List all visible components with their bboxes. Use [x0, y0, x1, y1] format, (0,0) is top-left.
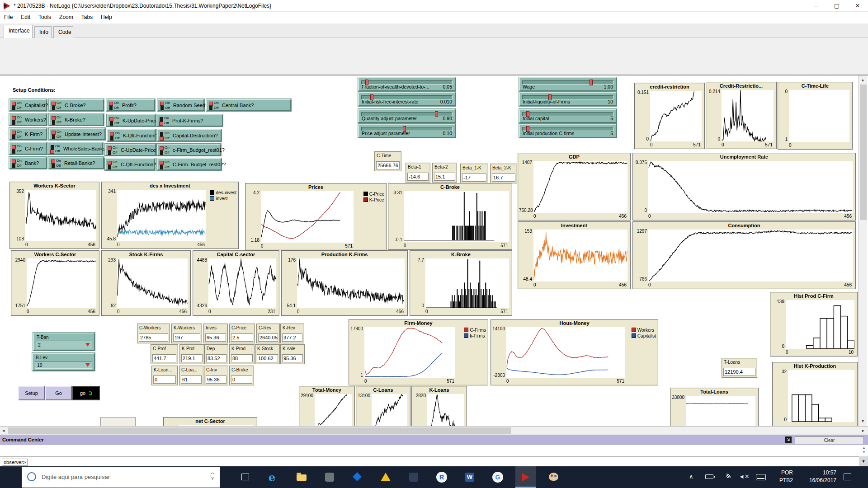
close-button[interactable]: ✕ [847, 0, 868, 12]
slider-fraction-of-wealth-devoted-to[interactable]: Fraction-of-wealth-devoted-to-...0.05 [358, 77, 456, 91]
switch-c-qtt-function[interactable]: OnOffC-Qtt-Function? [105, 158, 155, 170]
word-icon[interactable]: W [459, 466, 480, 488]
warning-app-icon[interactable] [375, 466, 396, 488]
notification-icon[interactable] [844, 474, 851, 480]
menu-tabs[interactable]: Tabs [77, 12, 97, 23]
switch-update-interest[interactable]: OnOffUpdate-Interest? [49, 128, 105, 140]
switch-knob[interactable] [109, 102, 113, 106]
tab-code[interactable]: Code [53, 26, 73, 38]
switch-random-seed[interactable]: OnOffRandom-Seed? [157, 99, 204, 111]
switch-knob[interactable] [12, 131, 16, 135]
g-app-icon[interactable]: G [487, 466, 508, 488]
switch-bank[interactable]: OnOffBank? [9, 157, 47, 169]
switch-knob[interactable] [12, 116, 16, 120]
menu-tools[interactable]: Tools [34, 12, 55, 23]
chooser-value[interactable]: 10 [35, 361, 92, 369]
switch-k-broke[interactable]: OnOffK-Broke? [49, 113, 104, 126]
go-button[interactable]: go [72, 386, 100, 400]
switch-knob[interactable] [52, 116, 56, 120]
slider-thumb[interactable] [590, 80, 593, 85]
keyboard-icon[interactable] [756, 474, 766, 480]
switch-c-firm[interactable]: OnOffC-Firm? [9, 142, 47, 155]
scroll-left-icon[interactable]: ◄ [1, 428, 5, 433]
speaker-muted-icon[interactable]: ◄✕ [739, 473, 750, 480]
switch-knob[interactable] [160, 136, 164, 141]
gray-app-icon[interactable] [319, 466, 340, 488]
minimize-button[interactable]: – [806, 0, 826, 12]
menu-help[interactable]: Help [97, 12, 116, 23]
horizontal-scrollbar-thumb[interactable] [8, 427, 511, 434]
switch-knob[interactable] [12, 160, 16, 164]
slider-initial-liquidity-of-firms[interactable]: Initial-liquidity-of-Firms10 [519, 92, 617, 106]
switch-capitalist[interactable]: OnOffCapitalist? [9, 99, 47, 111]
tab-info[interactable]: Info [34, 26, 52, 38]
switch-knob[interactable] [160, 102, 164, 106]
menu-edit[interactable]: Edit [17, 12, 34, 23]
edge-icon[interactable]: e [263, 466, 284, 488]
switch-prof-k-firms[interactable]: OnOffProf-K-Firms? [156, 114, 223, 127]
history-dropdown-icon[interactable]: ▼ [859, 456, 868, 466]
switch-profit[interactable]: OnOffProfit? [106, 99, 155, 111]
scroll-down-icon[interactable]: ▼ [861, 419, 865, 423]
switch-knob[interactable] [50, 150, 54, 154]
switch-wholesales-banks[interactable]: OnOffWholeSales-Banks? [47, 142, 103, 155]
switch-knob[interactable] [12, 102, 16, 106]
tray-chevron-icon[interactable]: ∧ [689, 473, 693, 480]
switch-knob[interactable] [52, 102, 56, 106]
switch-c-update-price[interactable]: OnOffC-UpDate-Price? [105, 144, 156, 156]
task-view-icon[interactable] [235, 466, 256, 488]
switch-k-qtt-function[interactable]: OnOffK-Qtt-Function? [107, 129, 156, 141]
switch-knob[interactable] [209, 102, 213, 106]
microphone-icon[interactable] [211, 473, 214, 479]
switch-c-firm-budget-rest01[interactable]: OnOffc-Firm_Budget_rest01? [157, 144, 221, 156]
switch-knob[interactable] [109, 117, 113, 121]
dark-app-icon[interactable] [403, 466, 424, 488]
setup-button[interactable]: Setup [18, 386, 45, 400]
chooser-b-lev[interactable]: B-Lev10 [32, 353, 95, 371]
switch-k-update-price[interactable]: OnOffK-UpDate-Price? [107, 114, 156, 127]
output-scroll-arrows[interactable]: ▲▼ [861, 446, 867, 455]
switch-knob[interactable] [160, 146, 164, 150]
switch-knob[interactable] [159, 122, 163, 126]
switch-k-firm[interactable]: OnOffK-Firm? [9, 128, 47, 140]
switch-knob[interactable] [110, 132, 114, 136]
slider-quantity-adjust-parameter[interactable]: Quantity-adjust-parameter0.90 [358, 109, 456, 123]
switch-central-bank[interactable]: OnOffCentral-Bank? [206, 99, 291, 111]
clock-indicator[interactable]: 10:5716/06/2017 [795, 469, 836, 484]
horizontal-scrollbar[interactable]: ◄ ► [0, 426, 868, 435]
switch-knob[interactable] [108, 146, 112, 150]
switch-capital-destruction[interactable]: OnOffCapital-Destruction? [157, 129, 222, 141]
go-button[interactable]: Go [45, 386, 72, 400]
switch-knob[interactable] [52, 131, 56, 135]
maximize-button[interactable]: ▢ [826, 0, 847, 12]
vertical-scrollbar-thumb[interactable] [860, 84, 867, 220]
scroll-up-icon[interactable]: ▲ [861, 78, 865, 82]
slider-initial-production-c-firms[interactable]: Initial-production-C-firms5 [519, 124, 617, 138]
vertical-scrollbar[interactable]: ▲▼ [859, 75, 867, 426]
switch-knob[interactable] [160, 161, 164, 165]
menu-file[interactable]: File [0, 12, 17, 23]
switch-retail-banks[interactable]: OnOffRetail-Banks? [48, 157, 104, 169]
netlogo-icon[interactable] [515, 466, 536, 488]
slider-initial-capital[interactable]: Initial-capital5 [519, 109, 617, 123]
switch-c-firm-budget-rest02[interactable]: OnOffC-Firm_Budget_rest02? [157, 158, 222, 170]
menu-zoom[interactable]: Zoom [55, 12, 77, 23]
clear-button[interactable]: Clear [795, 436, 864, 444]
command-center-output[interactable] [0, 445, 868, 456]
expand-icon[interactable]: ⇲ [785, 436, 792, 443]
dropbox-icon[interactable] [347, 466, 368, 488]
language-indicator[interactable]: PORPTB2 [769, 469, 793, 484]
file-explorer-icon[interactable] [291, 466, 312, 488]
observer-input-row[interactable]: observer> [0, 456, 868, 466]
slider-track[interactable] [522, 80, 613, 84]
switch-knob[interactable] [108, 161, 112, 165]
taskbar-search[interactable]: Digite aqui para pesquisar [22, 467, 220, 488]
switch-knob[interactable] [51, 160, 55, 164]
slider-thumb[interactable] [435, 111, 438, 117]
switch-knob[interactable] [12, 145, 16, 149]
battery-icon[interactable] [705, 474, 713, 479]
slider-initial-risk-free-interest-rate[interactable]: Initial-risk-free-interest-rate0.010 [358, 92, 456, 106]
switch-workers[interactable]: OnOffWorkers? [9, 113, 47, 126]
slider-price-adjust-parameter[interactable]: Price-adjust-parameter0.10 [358, 124, 456, 138]
switch-c-broke[interactable]: OnOffC-Broke? [49, 99, 104, 111]
